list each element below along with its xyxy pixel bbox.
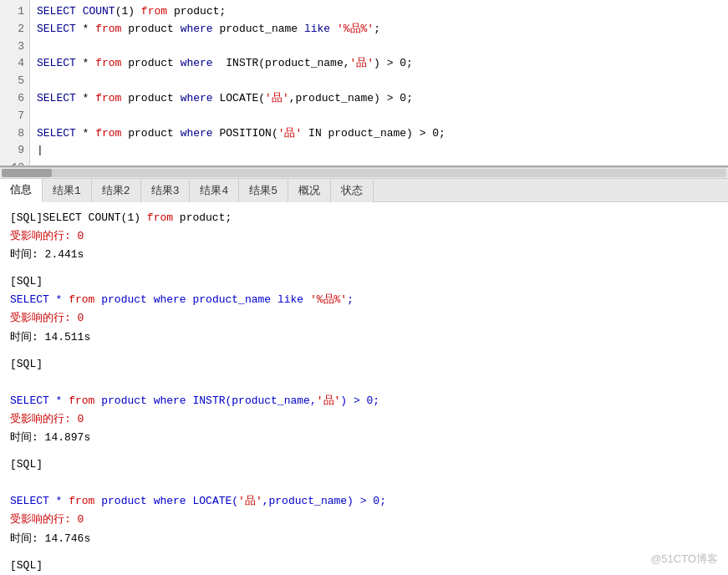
affected-1: 受影响的行: 0 xyxy=(10,227,718,246)
sql-code-3b: SELECT * from product where INSTR(produc… xyxy=(10,392,718,410)
code-line-3 xyxy=(37,38,721,56)
tab-info[interactable]: 信息 xyxy=(0,179,43,202)
result-block-1: [SQL]SELECT COUNT(1) from product; 受影响的行… xyxy=(10,209,718,264)
horizontal-scrollbar[interactable] xyxy=(0,167,728,179)
editor-area[interactable]: 1 2 3 4 5 6 7 8 9 10 11 SELECT COUNT(1) … xyxy=(0,0,728,167)
sql-code-4b: SELECT * from product where LOCATE('品',p… xyxy=(10,492,718,511)
result-block-4: [SQL] SELECT * from product where LOCATE… xyxy=(10,455,718,547)
scroll-thumb[interactable] xyxy=(2,169,52,177)
sql-label-3: [SQL] xyxy=(10,355,718,374)
tab-result3[interactable]: 结果3 xyxy=(141,179,191,202)
code-line-2: SELECT * from product where product_name… xyxy=(37,21,721,38)
code-line-1: SELECT COUNT(1) from product; xyxy=(37,3,721,21)
sql-code-2: SELECT * from product where product_name… xyxy=(10,291,718,309)
sql-label-1: [SQL]SELECT COUNT(1) from product; xyxy=(10,209,718,227)
time-2: 时间: 14.511s xyxy=(10,328,718,347)
time-4: 时间: 14.746s xyxy=(10,530,718,548)
tab-result5[interactable]: 结果5 xyxy=(239,179,288,202)
tab-result1[interactable]: 结果1 xyxy=(43,179,92,202)
code-line-4: SELECT * from product where INSTR(produc… xyxy=(37,55,721,73)
affected-4: 受影响的行: 0 xyxy=(10,511,718,529)
scroll-track[interactable] xyxy=(2,169,726,177)
affected-2: 受影响的行: 0 xyxy=(10,309,718,328)
time-3: 时间: 14.897s xyxy=(10,429,718,447)
code-line-8: SELECT * from product where POSITION('品'… xyxy=(37,125,721,143)
results-area: [SQL]SELECT COUNT(1) from product; 受影响的行… xyxy=(0,202,728,575)
sql-label-2: [SQL] xyxy=(10,272,718,291)
code-editor[interactable]: SELECT COUNT(1) from product; SELECT * f… xyxy=(30,0,728,165)
result-block-3: [SQL] SELECT * from product where INSTR(… xyxy=(10,355,718,447)
tab-overview[interactable]: 概况 xyxy=(288,179,331,202)
sql-label-4: [SQL] xyxy=(10,455,718,474)
affected-3: 受影响的行: 0 xyxy=(10,410,718,429)
code-line-10 xyxy=(37,160,721,165)
tab-result4[interactable]: 结果4 xyxy=(190,179,239,202)
result-block-2: [SQL] SELECT * from product where produc… xyxy=(10,272,718,346)
time-1: 时间: 2.441s xyxy=(10,246,718,264)
sql-code-4 xyxy=(10,474,718,492)
tab-result2[interactable]: 结果2 xyxy=(92,179,141,202)
code-line-9: | xyxy=(37,142,721,160)
line-numbers: 1 2 3 4 5 6 7 8 9 10 11 xyxy=(0,0,30,165)
tabs-bar: 信息 结果1 结果2 结果3 结果4 结果5 概况 状态 xyxy=(0,179,728,202)
result-block-5: [SQL] SELECT * from product where POSITI… xyxy=(10,557,718,575)
watermark: @51CTO博客 xyxy=(650,552,718,567)
tab-status[interactable]: 状态 xyxy=(331,179,374,202)
sql-code-3 xyxy=(10,374,718,392)
code-line-7 xyxy=(37,108,721,125)
bottom-panel: 信息 结果1 结果2 结果3 结果4 结果5 概况 状态 [SQL]SELECT… xyxy=(0,179,728,575)
sql-label-5: [SQL] xyxy=(10,557,718,575)
code-line-5 xyxy=(37,73,721,90)
code-line-6: SELECT * from product where LOCATE('品',p… xyxy=(37,90,721,108)
main-content: 1 2 3 4 5 6 7 8 9 10 11 SELECT COUNT(1) … xyxy=(0,0,728,575)
